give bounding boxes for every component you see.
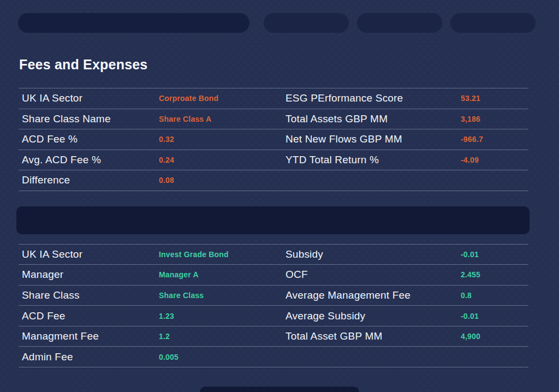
field-label: Difference: [19, 174, 159, 186]
field-label: Net New Flows GBP MM: [282, 133, 461, 145]
field-value: 0.8: [461, 291, 528, 300]
field-label: Average Management Fee: [282, 289, 461, 301]
toolbar-pill-3[interactable]: [450, 13, 536, 33]
field-value: -0.01: [461, 312, 528, 320]
field-label: Managment Fee: [19, 330, 159, 342]
field-label: Total Assets GBP MM: [282, 113, 461, 125]
field-label: Subsidy: [282, 248, 461, 260]
field-label: Manager: [19, 269, 159, 281]
field-value: 2.455: [461, 270, 528, 279]
field-label: Share Class: [19, 289, 159, 301]
table-row: UK IA Sector Invest Grade Bond Subsidy -…: [19, 245, 528, 265]
toolbar-pill-2[interactable]: [357, 13, 442, 33]
field-value: Invest Grade Bond: [159, 250, 282, 259]
field-label: Admin Fee: [19, 351, 159, 363]
details-table: UK IA Sector Invest Grade Bond Subsidy -…: [19, 244, 528, 368]
field-label: Average Subsidy: [282, 310, 461, 322]
dashboard-page: Fees and Expenses UK IA Sector Corproate…: [0, 0, 559, 392]
field-value: 0.24: [159, 156, 282, 164]
field-value: 0.08: [159, 176, 282, 185]
table-row: Managment Fee 1.2 Total Asset GBP MM 4,9…: [19, 326, 528, 347]
field-value: 53.21: [461, 94, 528, 103]
field-value: -4.09: [461, 156, 528, 164]
field-value: 3,186: [461, 115, 528, 123]
toolbar-pill-1[interactable]: [264, 13, 349, 33]
field-value: Share Class A: [159, 115, 282, 123]
bottom-bar: [200, 387, 359, 392]
field-value: -0.01: [461, 250, 528, 259]
field-value: 4,900: [461, 332, 528, 341]
field-label: ACD Fee %: [19, 133, 159, 145]
field-label: UK IA Sector: [19, 248, 159, 260]
field-label: Share Class Name: [19, 113, 159, 125]
field-label: ESG PErformance Score: [282, 92, 461, 104]
table-row: UK IA Sector Corproate Bond ESG PErforma…: [19, 88, 528, 109]
field-value: 1.23: [159, 312, 282, 320]
toolbar-pill-primary[interactable]: [18, 13, 249, 33]
fees-table: UK IA Sector Corproate Bond ESG PErforma…: [19, 88, 528, 191]
field-value: 1.2: [159, 332, 282, 341]
section-header-bar: [16, 206, 530, 234]
table-row: Share Class Share Class Average Manageme…: [19, 286, 528, 306]
toolbar: [0, 0, 559, 33]
table-row: Share Class Name Share Class A Total Ass…: [19, 109, 528, 130]
table-row: ACD Fee % 0.32 Net New Flows GBP MM -966…: [19, 129, 528, 150]
field-value: Manager A: [159, 270, 282, 279]
field-value: 0.32: [159, 135, 282, 144]
field-value: Corproate Bond: [159, 94, 282, 103]
field-label: UK IA Sector: [19, 92, 159, 104]
field-value: -966.7: [461, 135, 528, 144]
table-row: Difference 0.08: [19, 170, 528, 191]
table-row: ACD Fee 1.23 Average Subsidy -0.01: [19, 306, 528, 326]
table-row: Avg. ACD Fee % 0.24 YTD Total Return % -…: [19, 150, 528, 171]
field-value: 0.005: [159, 353, 282, 361]
field-label: ACD Fee: [19, 310, 159, 322]
table-row: Admin Fee 0.005: [19, 347, 528, 367]
page-title: Fees and Expenses: [19, 57, 559, 73]
field-label: Avg. ACD Fee %: [19, 154, 159, 166]
field-value: Share Class: [159, 291, 282, 300]
field-label: Total Asset GBP MM: [282, 330, 461, 342]
field-label: OCF: [282, 269, 461, 281]
table-row: Manager Manager A OCF 2.455: [19, 265, 528, 286]
field-label: YTD Total Return %: [282, 154, 461, 166]
